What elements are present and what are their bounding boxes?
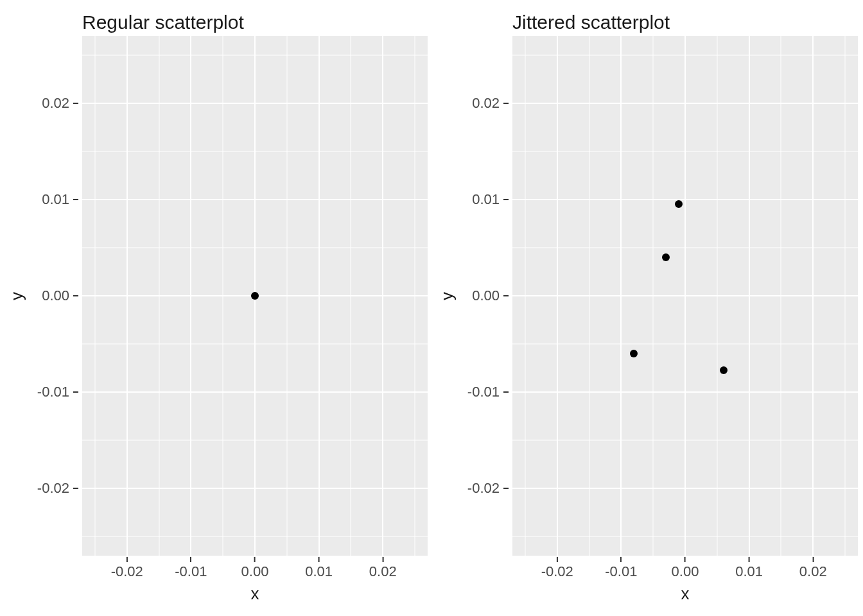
x-tick-label: 0.01	[305, 557, 333, 580]
panel-title-regular: Regular scatterplot	[5, 5, 428, 36]
data-point	[720, 366, 728, 374]
y-ticks-regular: -0.02-0.010.000.010.02	[28, 36, 82, 556]
x-tick-label: 0.00	[241, 557, 269, 580]
x-ticks-row-regular: -0.02-0.010.000.010.02	[5, 556, 428, 584]
gridline-major-h	[82, 391, 428, 393]
x-tick-label: 0.02	[799, 557, 827, 580]
x-ticks-jittered: -0.02-0.010.000.010.02	[512, 556, 858, 584]
plot-row-regular: y -0.02-0.010.000.010.02	[5, 36, 428, 556]
y-tick-label: 0.00	[472, 287, 509, 304]
y-axis-label-text-jittered: y	[437, 292, 457, 300]
y-tick-label: 0.02	[472, 95, 509, 112]
y-tick-label: 0.01	[42, 191, 78, 208]
figure: Regular scatterplot y -0.02-0.010.000.01…	[0, 0, 863, 616]
y-tick-label: 0.00	[42, 287, 78, 304]
gridline-major-h	[82, 199, 428, 200]
x-ticks-row-jittered: -0.02-0.010.000.010.02	[435, 556, 858, 584]
gridline-major-h	[512, 199, 858, 200]
gridline-major-h	[512, 391, 858, 393]
y-axis-label-jittered: y	[435, 36, 458, 556]
gridline-major-h	[82, 488, 428, 489]
x-axis-label-regular: x	[82, 584, 428, 611]
x-tick-label: 0.00	[672, 557, 699, 580]
panel-title-jittered: Jittered scatterplot	[435, 5, 858, 36]
gridline-major-h	[512, 295, 858, 296]
gridline-major-h	[82, 103, 428, 104]
y-tick-label: -0.02	[37, 480, 78, 497]
y-tick-label: 0.02	[42, 95, 78, 112]
x-tick-label: 0.01	[735, 557, 763, 580]
plot-area-regular	[82, 36, 428, 556]
data-point	[630, 350, 638, 357]
x-tick-label: -0.01	[605, 557, 637, 580]
y-tick-label: -0.01	[37, 384, 78, 400]
x-label-row-jittered: x	[435, 584, 858, 611]
x-ticks-regular: -0.02-0.010.000.010.02	[82, 556, 428, 584]
data-point	[251, 292, 259, 300]
gridline-major-h	[512, 103, 858, 104]
data-point	[662, 253, 670, 261]
x-tick-label: -0.02	[541, 557, 573, 580]
y-ticks-jittered: -0.02-0.010.000.010.02	[458, 36, 512, 556]
x-label-row-regular: x	[5, 584, 428, 611]
y-axis-label-text-regular: y	[7, 292, 27, 300]
gridline-major-h	[512, 488, 858, 489]
y-tick-label: 0.01	[472, 191, 509, 208]
y-axis-label-regular: y	[5, 36, 28, 556]
x-tick-label: -0.02	[111, 557, 143, 580]
x-tick-label: 0.02	[369, 557, 397, 580]
y-tick-label: -0.02	[467, 480, 509, 497]
panel-regular: Regular scatterplot y -0.02-0.010.000.01…	[5, 5, 428, 611]
y-tick-label: -0.01	[467, 384, 509, 400]
plot-row-jittered: y -0.02-0.010.000.010.02	[435, 36, 858, 556]
plot-area-jittered	[512, 36, 858, 556]
panel-jittered: Jittered scatterplot y -0.02-0.010.000.0…	[435, 5, 858, 611]
data-point	[675, 200, 683, 208]
x-axis-label-jittered: x	[512, 584, 858, 611]
x-tick-label: -0.01	[175, 557, 207, 580]
